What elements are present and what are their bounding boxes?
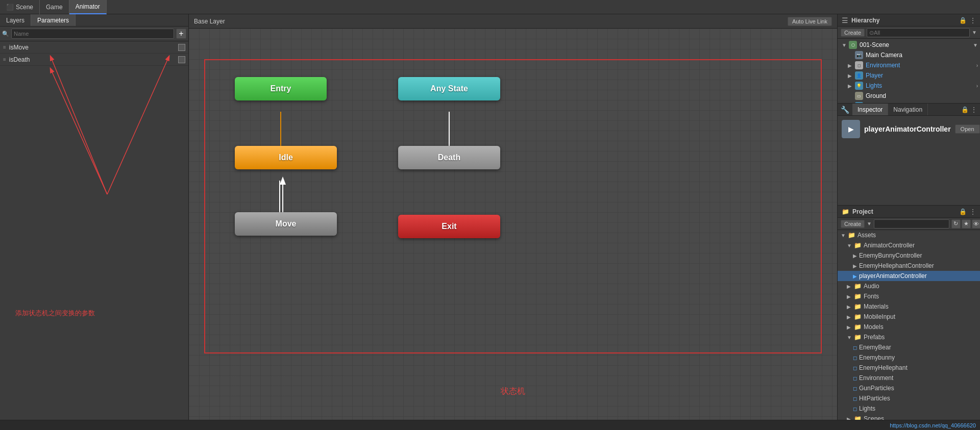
drag-handle-ismove[interactable]: ≡ <box>3 44 6 50</box>
hierarchy-panel-icon: ☰ <box>842 16 848 24</box>
enemyhellephant-prefab-icon: ◻ <box>853 365 857 371</box>
project-header: 📁 Project 🔒 ⋮ <box>838 206 980 218</box>
param-row-ismove: ≡ isMove <box>0 41 188 54</box>
hierarchy-header: ☰ Hierarchy 🔒 ⋮ <box>838 14 980 27</box>
node-entry[interactable]: Entry <box>235 77 327 100</box>
inspector-content: ▶ playerAnimatorController Open <box>838 116 980 205</box>
project-item-enemybear[interactable]: ◻ EnemyBear <box>838 342 980 352</box>
tab-scene[interactable]: ⬛ Scene <box>0 0 40 14</box>
node-move[interactable]: Move <box>235 212 337 236</box>
project-content[interactable]: ▼ 📁 Assets ▼ 📁 AnimatorController ▶ Enem… <box>838 230 980 420</box>
open-button[interactable]: Open <box>955 124 980 134</box>
hierarchy-menu-icon[interactable]: ⋮ <box>970 17 976 24</box>
lights-icon: 💡 <box>855 82 863 90</box>
project-item-mobileinput[interactable]: ▶ 📁 MobileInput <box>838 312 980 322</box>
hierarchy-item-player[interactable]: ▶ 👤 Player <box>838 70 980 81</box>
hierarchy-item-camera[interactable]: 📷 Main Camera <box>838 50 980 60</box>
hierarchy-item-scene[interactable]: ▼ ⬡ 001-Scene ▼ <box>838 40 980 50</box>
add-param-annotation: 添加状态机之间变换的参数 <box>15 309 95 318</box>
param-search-input[interactable] <box>11 29 174 39</box>
environment-chevron: › <box>976 63 978 68</box>
project-item-environment-prefab[interactable]: ◻ Environment <box>838 373 980 383</box>
hierarchy-item-enemysystem[interactable]: ⚔ EnemySystem <box>838 101 980 103</box>
enemybunny-file-icon: ▶ <box>853 253 857 259</box>
param-name-ismove: isMove <box>9 44 175 51</box>
playeranimator-icon: ▶ <box>853 273 857 279</box>
enemybunny-prefab-icon: ◻ <box>853 355 857 361</box>
inspector-panel: 🔧 Inspector Navigation 🔒 ⋮ ▶ playerAnima… <box>838 104 980 206</box>
project-eye-icon[interactable]: 👁 <box>972 219 980 229</box>
svg-line-1 <box>107 58 168 194</box>
drag-handle-isdeath[interactable]: ≡ <box>3 57 6 62</box>
project-item-assets[interactable]: ▼ 📁 Assets <box>838 230 980 240</box>
node-exit[interactable]: Exit <box>398 215 500 238</box>
hierarchy-item-lights[interactable]: ▶ 💡 Lights › <box>838 81 980 91</box>
hierarchy-dropdown-icon[interactable]: ▼ <box>972 30 977 35</box>
hierarchy-create-button[interactable]: Create <box>841 29 865 37</box>
hierarchy-toolbar: Create ▼ <box>838 27 980 39</box>
inspector-menu-icon[interactable]: ⋮ <box>971 106 977 113</box>
scenes-folder-icon: 📁 <box>854 415 862 420</box>
project-item-lights-prefab[interactable]: ◻ Lights <box>838 403 980 414</box>
inspector-lock-icon[interactable]: 🔒 <box>961 106 969 113</box>
scene-dropdown[interactable]: ▼ <box>973 42 978 48</box>
project-create-button[interactable]: Create <box>841 220 865 228</box>
node-idle[interactable]: Idle <box>235 146 337 169</box>
project-menu-icon[interactable]: ⋮ <box>970 208 976 215</box>
project-item-fonts[interactable]: ▶ 📁 Fonts <box>838 291 980 301</box>
expand-assets: ▼ <box>841 233 847 238</box>
models-folder-icon: 📁 <box>854 323 862 331</box>
project-item-materials[interactable]: ▶ 📁 Materials <box>838 301 980 312</box>
project-item-playeranimator[interactable]: ▶ playerAnimatorController <box>838 271 980 281</box>
project-item-enemyhellephant-prefab[interactable]: ◻ EnemyHellephant <box>838 363 980 373</box>
project-create-arrow[interactable]: ▼ <box>867 221 872 226</box>
assets-folder-icon: 📁 <box>848 232 855 239</box>
parameters-tab[interactable]: Parameters <box>31 14 76 26</box>
inspector-tab-navigation[interactable]: Navigation <box>888 104 928 115</box>
project-lock-icon[interactable]: 🔒 <box>959 208 967 215</box>
inspector-tab-inspector[interactable]: Inspector <box>852 104 888 115</box>
node-any-state[interactable]: Any State <box>398 77 500 100</box>
project-item-enemybunny-prefab[interactable]: ◻ Enemybunny <box>838 352 980 363</box>
tab-animator[interactable]: Animator <box>69 0 107 14</box>
hierarchy-lock-icon[interactable]: 🔒 <box>959 17 967 24</box>
models-label: Models <box>864 323 884 331</box>
project-item-animatorcontroller[interactable]: ▼ 📁 AnimatorController <box>838 240 980 250</box>
project-refresh-icon[interactable]: ↻ <box>951 219 961 229</box>
project-item-hitparticles[interactable]: ◻ HitParticles <box>838 393 980 403</box>
prefabs-label: Prefabs <box>864 334 885 341</box>
project-item-audio[interactable]: ▶ 📁 Audio <box>838 281 980 291</box>
project-item-enemybunny[interactable]: ▶ EnemyBunnyController <box>838 250 980 261</box>
layers-tab[interactable]: Layers <box>0 14 31 26</box>
graph-canvas[interactable]: Entry Any State Idle Death Move Exit 状态机 <box>189 29 837 420</box>
lights-chevron: › <box>976 83 978 89</box>
param-checkbox-isdeath[interactable] <box>178 56 185 63</box>
asset-name: playerAnimatorController <box>864 125 951 133</box>
project-item-enemyhellephant-ctrl[interactable]: ▶ EnemyHellephantController <box>838 261 980 271</box>
expand-materials: ▶ <box>847 304 853 310</box>
expand-animatorcontroller: ▼ <box>847 243 853 248</box>
project-item-prefabs[interactable]: ▼ 📁 Prefabs <box>838 332 980 342</box>
project-item-scenes[interactable]: ▶ 📁 Scenes <box>838 414 980 420</box>
add-param-button[interactable]: + <box>176 29 186 39</box>
hierarchy-item-environment[interactable]: ▶ ◻ Environment › <box>838 60 980 70</box>
lights-prefab-label: Lights <box>859 405 875 412</box>
project-item-gunparticles[interactable]: ◻ GunParticles <box>838 383 980 393</box>
hierarchy-item-ground[interactable]: ▭ Ground <box>838 91 980 101</box>
param-checkbox-ismove[interactable] <box>178 44 185 51</box>
game-tab-label: Game <box>46 0 63 14</box>
project-star-icon[interactable]: ★ <box>962 219 971 229</box>
mobileinput-folder-icon: 📁 <box>854 313 862 320</box>
materials-label: Materials <box>864 303 889 310</box>
hierarchy-search-input[interactable] <box>867 28 970 37</box>
project-search-input[interactable] <box>874 219 949 229</box>
tab-game[interactable]: Game <box>40 0 69 14</box>
hierarchy-title: Hierarchy <box>851 17 956 24</box>
ground-icon: ▭ <box>855 92 863 100</box>
assets-label: Assets <box>857 232 876 239</box>
hierarchy-environment-label: Environment <box>866 62 900 69</box>
auto-live-link-button[interactable]: Auto Live Link <box>788 17 832 26</box>
node-death[interactable]: Death <box>398 146 500 169</box>
animator-graph[interactable]: Base Layer Auto Live Link <box>189 14 837 420</box>
project-item-models[interactable]: ▶ 📁 Models <box>838 322 980 332</box>
